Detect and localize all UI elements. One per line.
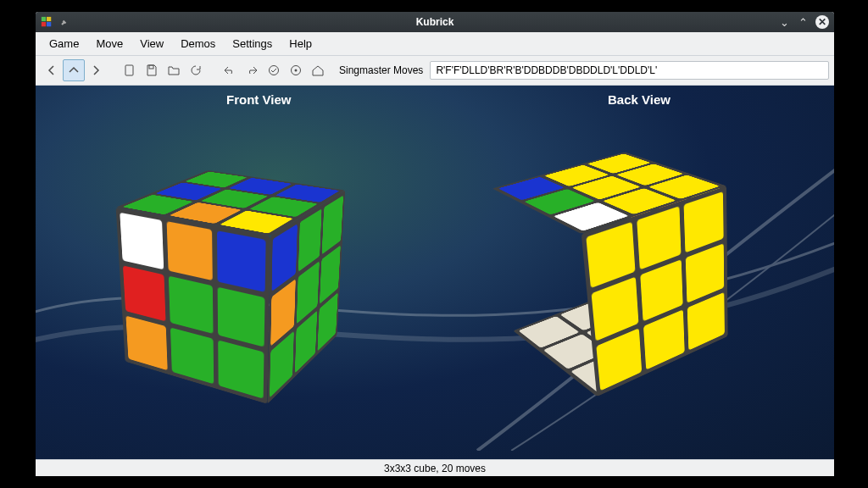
minimize-button[interactable]: ⌄: [778, 16, 790, 28]
nav-forward-button[interactable]: [85, 59, 107, 81]
front-view-label: Front View: [226, 92, 291, 107]
menu-move[interactable]: Move: [87, 34, 131, 53]
menu-view[interactable]: View: [131, 34, 172, 53]
menu-settings[interactable]: Settings: [224, 34, 281, 53]
menu-help[interactable]: Help: [281, 34, 320, 53]
cube-front-view[interactable]: [154, 196, 315, 357]
maximize-button[interactable]: ⌃: [797, 16, 809, 28]
moves-label: Singmaster Moves: [339, 64, 423, 76]
svg-rect-5: [149, 65, 153, 69]
svg-rect-2: [42, 22, 46, 26]
svg-point-8: [295, 69, 298, 72]
menu-demos[interactable]: Demos: [172, 34, 224, 53]
home-button[interactable]: [307, 59, 329, 81]
statusbar: 3x3x3 cube, 20 moves: [36, 459, 834, 476]
svg-rect-1: [47, 17, 51, 21]
menu-game[interactable]: Game: [41, 34, 87, 53]
titlebar[interactable]: Kubrick ⌄ ⌃ ✕: [36, 12, 834, 32]
open-button[interactable]: [163, 59, 185, 81]
solve-button[interactable]: [263, 59, 285, 81]
toolbar: Singmaster Moves: [36, 56, 834, 86]
close-button[interactable]: ✕: [815, 15, 829, 29]
new-button[interactable]: [119, 59, 141, 81]
save-button[interactable]: [141, 59, 163, 81]
svg-rect-3: [47, 22, 51, 26]
menubar: Game Move View Demos Settings Help: [36, 32, 834, 56]
undo-button[interactable]: [219, 59, 241, 81]
moves-input[interactable]: [430, 61, 829, 80]
nav-up-button[interactable]: [63, 59, 85, 81]
svg-point-6: [270, 66, 279, 75]
redo-button[interactable]: [241, 59, 263, 81]
nav-back-button[interactable]: [41, 59, 63, 81]
app-window: Kubrick ⌄ ⌃ ✕ Game Move View Demos Setti…: [36, 12, 834, 476]
back-view-label: Back View: [608, 92, 670, 107]
cube-back-view[interactable]: [531, 183, 693, 344]
svg-rect-4: [125, 65, 133, 75]
game-viewport[interactable]: Front View Back View: [36, 86, 834, 459]
pin-icon[interactable]: [59, 17, 70, 27]
restart-button[interactable]: [185, 59, 207, 81]
app-icon: [41, 16, 53, 28]
demo-button[interactable]: [285, 59, 307, 81]
window-title: Kubrick: [416, 16, 454, 28]
svg-rect-0: [42, 17, 46, 21]
